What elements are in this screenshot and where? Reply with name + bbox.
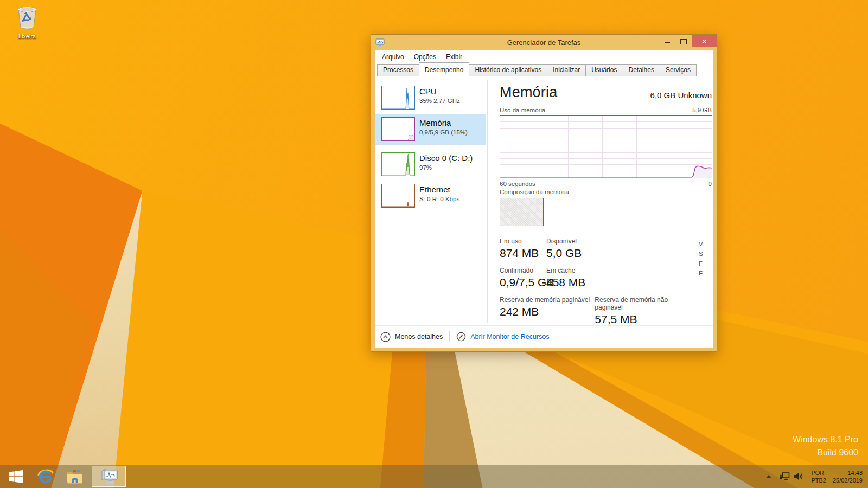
memory-panel: Memória 6,0 GB Unknown Uso da memória 5,… xyxy=(488,76,713,325)
tabstrip: Processos Desempenho Histórico de aplica… xyxy=(375,63,713,76)
volume-tray-icon[interactable] xyxy=(793,472,803,481)
disk-thumbnail-icon xyxy=(381,152,415,176)
stat-label: Confirmado xyxy=(500,267,546,274)
maximize-icon xyxy=(680,39,687,44)
internet-explorer-button[interactable] xyxy=(33,465,59,488)
memory-title: Memória xyxy=(419,118,468,127)
system-tray: POR PTB2 14:48 25/02/2019 xyxy=(766,465,868,488)
window-content: Arquivo Opções Exibir Processos Desempen… xyxy=(375,50,713,348)
sidebar-item-disco[interactable]: Disco 0 (C: D:) 97% xyxy=(375,150,486,180)
stat-label: Em cache xyxy=(546,267,585,274)
minimize-icon xyxy=(665,42,670,43)
recycle-bin-icon xyxy=(15,23,40,32)
ethernet-caption: S: 0 R: 0 Kbps xyxy=(419,196,459,202)
stat-value: 874 MB xyxy=(500,247,546,260)
menu-opcoes[interactable]: Opções xyxy=(409,52,441,62)
composition-label: Composição da memória xyxy=(500,189,569,195)
task-manager-icon xyxy=(100,468,118,485)
memory-total: 6,0 GB Unknown xyxy=(650,91,712,100)
close-button[interactable]: ✕ xyxy=(692,35,717,47)
stat-value: 458 MB xyxy=(546,276,585,289)
memory-thumbnail-icon xyxy=(381,117,415,141)
network-tray-icon[interactable] xyxy=(779,472,790,481)
disk-caption: 97% xyxy=(419,164,473,171)
performance-body: CPU 35% 2,77 GHz Memória 0,9/5,9 GB (15%… xyxy=(375,76,713,325)
menu-arquivo[interactable]: Arquivo xyxy=(377,52,409,62)
memory-stats: Em uso 874 MB Disponível 5,0 GB Confirma… xyxy=(500,237,697,325)
chevron-up-circle-icon xyxy=(380,332,391,342)
internet-explorer-icon xyxy=(37,468,54,485)
tab-inicializar[interactable]: Inicializar xyxy=(547,64,586,76)
composition-divider xyxy=(543,198,544,226)
resource-monitor-icon xyxy=(456,332,466,342)
task-manager-taskbar-button[interactable] xyxy=(92,466,126,487)
file-explorer-button[interactable] xyxy=(61,465,89,488)
stat-value: 242 MB xyxy=(500,305,595,318)
stat-value: 5,0 GB xyxy=(546,247,582,260)
start-button[interactable] xyxy=(0,465,31,488)
titlebar[interactable]: Gerenciador de Tarefas ✕ xyxy=(371,35,717,50)
clock[interactable]: 14:48 25/02/2019 xyxy=(833,469,863,484)
tab-usuarios[interactable]: Usuários xyxy=(585,64,623,76)
window-footer: Menos detalhes Abrir Monitor de Recursos xyxy=(375,325,713,348)
tab-historico-de-aplicativos[interactable]: Histórico de aplicativos xyxy=(469,64,547,76)
taskbar: POR PTB2 14:48 25/02/2019 xyxy=(0,465,868,488)
task-manager-window: Gerenciador de Tarefas ✕ Arquivo Opções … xyxy=(371,34,717,352)
usage-label: Uso da memória xyxy=(500,107,545,113)
menubar: Arquivo Opções Exibir xyxy=(375,50,713,63)
minimize-button[interactable] xyxy=(659,35,675,47)
disk-title: Disco 0 (C: D:) xyxy=(419,153,473,163)
axis-zero-label: 0 xyxy=(709,181,712,187)
tab-desempenho[interactable]: Desempenho xyxy=(419,62,469,76)
stat-label: Reserva de memória paginável xyxy=(500,296,595,304)
composition-inuse-segment xyxy=(500,198,543,226)
ethernet-title: Ethernet xyxy=(419,185,459,194)
sidebar-item-cpu[interactable]: CPU 35% 2,77 GHz xyxy=(375,83,486,113)
axis-max-label: 5,9 GB xyxy=(692,107,712,113)
clipped-right-column: V S F F xyxy=(699,241,710,280)
stat-label: Reserva de memória não paginável xyxy=(595,296,697,311)
maximize-button[interactable] xyxy=(675,35,692,47)
less-details-button[interactable]: Menos detalhes xyxy=(380,332,443,342)
composition-divider xyxy=(559,198,559,226)
tab-processos[interactable]: Processos xyxy=(377,64,419,76)
show-hidden-icons-button[interactable] xyxy=(766,475,771,478)
language-indicator[interactable]: POR PTB2 xyxy=(811,469,826,484)
tab-detalhes[interactable]: Detalhes xyxy=(623,64,660,76)
memory-composition-bar[interactable] xyxy=(500,198,712,226)
stat-value: 57,5 MB xyxy=(595,313,697,325)
memory-caption: 0,9/5,9 GB (15%) xyxy=(419,129,468,136)
stat-label: Disponível xyxy=(546,237,582,245)
recycle-bin[interactable]: Lixeira xyxy=(10,4,44,40)
divider xyxy=(449,331,450,342)
desktop: Lixeira Windows 8.1 Pro Build 9600 Geren… xyxy=(0,0,868,488)
tab-servicos[interactable]: Serviços xyxy=(660,64,697,76)
ethernet-thumbnail-icon xyxy=(381,184,415,208)
file-explorer-icon xyxy=(66,469,84,484)
sidebar-item-memoria[interactable]: Memória 0,9/5,9 GB (15%) xyxy=(375,114,486,145)
panel-title: Memória xyxy=(500,84,557,101)
sidebar-item-ethernet[interactable]: Ethernet S: 0 R: 0 Kbps xyxy=(375,181,486,211)
cpu-thumbnail-icon xyxy=(381,86,415,110)
cpu-title: CPU xyxy=(419,87,460,96)
windows-watermark: Windows 8.1 Pro Build 9600 xyxy=(793,433,858,459)
recycle-bin-label: Lixeira xyxy=(10,33,44,40)
menu-exibir[interactable]: Exibir xyxy=(441,52,467,62)
open-resource-monitor-link[interactable]: Abrir Monitor de Recursos xyxy=(456,332,549,342)
axis-time-label: 60 segundos xyxy=(500,181,535,187)
stat-value: 0,9/7,5 GB xyxy=(500,276,546,289)
cpu-caption: 35% 2,77 GHz xyxy=(419,98,460,104)
memory-usage-graph[interactable] xyxy=(500,115,712,178)
windows-logo-icon xyxy=(9,470,23,483)
close-icon: ✕ xyxy=(701,38,707,45)
stat-label: Em uso xyxy=(500,237,546,245)
